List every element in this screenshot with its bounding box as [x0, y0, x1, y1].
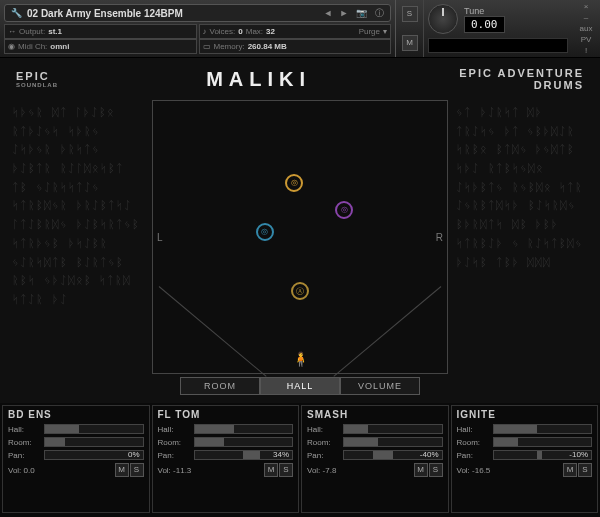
max-value[interactable]: 32: [266, 27, 275, 36]
snapshot-icon[interactable]: 📷: [354, 8, 368, 18]
room-label: Room:: [457, 438, 489, 447]
hall-label: Hall:: [307, 425, 339, 434]
pan-value: -10%: [569, 450, 588, 459]
brand-row: EPIC SOUNDLAB MALIKI EPIC ADVENTURE DRUM…: [8, 58, 592, 100]
pan-value: 34%: [273, 450, 289, 459]
room-slider[interactable]: [44, 437, 144, 447]
glyph-right: ᛃᛏ ᚦᛇᚱᛋᛏ ᛞᚦ ᛏᚱᛇᛋᛃ ᚦᛏ ᛃᛒᚦᛞᛇᚱ ᛋᚱᛒᛟ ᛒᛏᛞᛃ ᚦᛃ…: [452, 100, 592, 374]
room-label: Room:: [307, 438, 339, 447]
pan-value: 0%: [128, 450, 140, 459]
ch-mute-button[interactable]: M: [563, 463, 577, 477]
pan-value: -40%: [420, 450, 439, 459]
hall-slider[interactable]: [493, 424, 593, 434]
midi-value: omni: [50, 42, 69, 51]
voices-icon: ♪: [203, 27, 207, 36]
pan-label: Pan:: [457, 451, 489, 460]
tune-value[interactable]: 0.00: [464, 16, 505, 33]
source-node-1[interactable]: ◎: [285, 174, 303, 192]
hall-slider[interactable]: [194, 424, 294, 434]
pv-button[interactable]: PV: [581, 35, 592, 44]
ch-solo-button[interactable]: S: [279, 463, 293, 477]
glyph-left: ᛋᚦᛃᚱ ᛞᛏ ᛚᚦᛇᛒᛟ ᚱᛏᚦᛇᛃᛋ ᛋᚦᚱᛃ ᛇᛋᚦᛃᚱ ᚦᚱᛋᛏᛃ ᚦᛇ…: [8, 100, 148, 374]
product-title: MALIKI: [206, 68, 311, 91]
output-label: Output:: [19, 27, 45, 36]
vol-label: Vol: -7.8: [307, 466, 336, 475]
brand-line2: DRUMS: [459, 79, 584, 91]
prev-preset-button[interactable]: ◄: [322, 8, 334, 18]
purge-button[interactable]: Purge: [359, 27, 380, 36]
next-preset-button[interactable]: ►: [338, 8, 350, 18]
ch-mute-button[interactable]: M: [115, 463, 129, 477]
hall-label: Hall:: [457, 425, 489, 434]
pan-slider[interactable]: -40%: [343, 450, 443, 460]
diag-line-left: [159, 286, 267, 377]
room-slider[interactable]: [493, 437, 593, 447]
ch-mute-button[interactable]: M: [264, 463, 278, 477]
preset-selector[interactable]: 🔧 02 Dark Army Ensemble 124BPM ◄ ► 📷 ⓘ: [4, 4, 391, 22]
mute-button[interactable]: M: [402, 35, 418, 51]
midi-label: Midi Ch:: [18, 42, 47, 51]
pan-label: Pan:: [8, 451, 40, 460]
room-slider[interactable]: [343, 437, 443, 447]
brand-line1: EPIC ADVENTURE: [459, 67, 584, 79]
ch-solo-button[interactable]: S: [429, 463, 443, 477]
tabs: ROOM HALL VOLUME: [8, 377, 592, 395]
close-icon[interactable]: ×: [584, 2, 589, 11]
memory-icon: ▭: [203, 42, 211, 51]
tab-volume[interactable]: VOLUME: [340, 377, 420, 395]
topbar-right: S M Tune 0.00 × – aux PV !: [395, 0, 600, 57]
info-icon[interactable]: ⓘ: [372, 7, 386, 20]
channel-name: IGNITE: [457, 409, 593, 420]
solo-mute-column: S M: [396, 0, 424, 57]
source-node-2[interactable]: ◎: [335, 201, 353, 219]
top-bar: 🔧 02 Dark Army Ensemble 124BPM ◄ ► 📷 ⓘ ↔…: [0, 0, 600, 58]
ch-solo-button[interactable]: S: [130, 463, 144, 477]
channel-3: IGNITEHall:Room:Pan:-10%Vol: -16.5MS: [451, 405, 599, 513]
wrench-icon: 🔧: [9, 8, 23, 18]
output-value: st.1: [48, 27, 62, 36]
pan-slider[interactable]: 0%: [44, 450, 144, 460]
listener-icon: 🧍: [292, 351, 309, 367]
tune-knob[interactable]: [428, 4, 458, 34]
hall-slider[interactable]: [44, 424, 144, 434]
tab-room[interactable]: ROOM: [180, 377, 260, 395]
ch-solo-button[interactable]: S: [578, 463, 592, 477]
voices-row: ♪ Voices: 0 Max: 32 Purge ▾: [199, 24, 392, 39]
brand-right: EPIC ADVENTURE DRUMS: [459, 67, 584, 91]
output-selector[interactable]: ↔ Output: st.1: [4, 24, 197, 39]
brand-soundlab: SOUNDLAB: [16, 82, 58, 88]
topbar-left: 🔧 02 Dark Army Ensemble 124BPM ◄ ► 📷 ⓘ ↔…: [0, 0, 395, 57]
memory-value: 260.84 MB: [248, 42, 287, 51]
aux-button[interactable]: aux: [580, 24, 593, 33]
alert-icon[interactable]: !: [585, 46, 587, 55]
right-label: R: [436, 232, 443, 243]
voices-value: 0: [238, 27, 242, 36]
room-label: Room:: [8, 438, 40, 447]
source-node-3[interactable]: ◎: [256, 223, 274, 241]
source-node-4[interactable]: Ⓐ: [291, 282, 309, 300]
solo-button[interactable]: S: [402, 6, 418, 22]
minimize-icon[interactable]: –: [584, 13, 588, 22]
surround-pad[interactable]: L R ◎ ◎ ◎ Ⓐ 🧍: [152, 100, 448, 374]
channel-name: BD ENS: [8, 409, 144, 420]
memory-label: Memory:: [214, 42, 245, 51]
vol-label: Vol: -11.3: [158, 466, 192, 475]
room-slider[interactable]: [194, 437, 294, 447]
channel-0: BD ENSHall:Room:Pan:0%Vol: 0.0MS: [2, 405, 150, 513]
level-meter: [428, 38, 568, 53]
midi-channel-selector[interactable]: ◉ Midi Ch: omni: [4, 39, 197, 54]
max-label: Max:: [246, 27, 263, 36]
vol-label: Vol: -16.5: [457, 466, 491, 475]
midi-icon: ◉: [8, 42, 15, 51]
pan-slider[interactable]: -10%: [493, 450, 593, 460]
left-label: L: [157, 232, 163, 243]
diag-line-right: [334, 286, 442, 377]
tab-hall[interactable]: HALL: [260, 377, 340, 395]
route-icon: ↔: [8, 27, 16, 36]
tune-area: Tune 0.00: [424, 0, 572, 57]
ch-mute-button[interactable]: M: [414, 463, 428, 477]
mid-area: ᛋᚦᛃᚱ ᛞᛏ ᛚᚦᛇᛒᛟ ᚱᛏᚦᛇᛃᛋ ᛋᚦᚱᛃ ᛇᛋᚦᛃᚱ ᚦᚱᛋᛏᛃ ᚦᛇ…: [8, 100, 592, 374]
pan-slider[interactable]: 34%: [194, 450, 294, 460]
hall-slider[interactable]: [343, 424, 443, 434]
chevron-down-icon[interactable]: ▾: [383, 27, 387, 36]
